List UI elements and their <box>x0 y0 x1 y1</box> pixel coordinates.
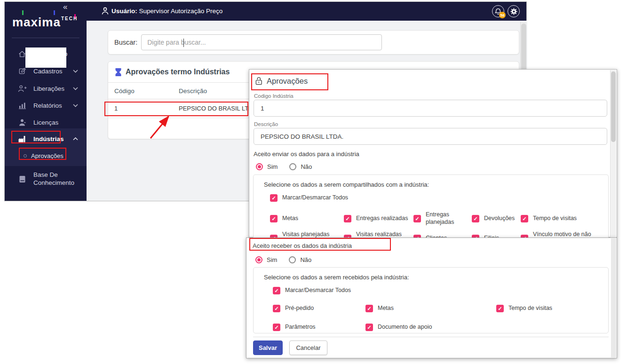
sidebar-item-industrias[interactable]: Indústrias <box>5 131 87 146</box>
checkbox-tempo-visitas[interactable]: ✓Tempo de visitas <box>521 211 602 226</box>
sidebar-item-relatorios-label: Relatórios <box>33 102 62 109</box>
notifications-button[interactable]: 58 <box>492 5 504 17</box>
sidebar-item-base-conhecimento[interactable]: Base De Conhecimento <box>5 169 87 190</box>
checkbox-devolucoes[interactable]: ✓Devoluções <box>472 211 521 226</box>
hourglass-icon <box>115 68 122 77</box>
sidebar: « maxima TECH o Cadastros <box>5 2 87 201</box>
check-icon[interactable]: ✓ <box>496 305 504 312</box>
person-add-icon <box>17 85 27 92</box>
check-icon[interactable]: ✓ <box>270 194 278 202</box>
col-header-codigo: Código <box>108 87 179 95</box>
select-all-checkbox[interactable]: ✓ Marcar/Desmarcar Todos <box>273 287 608 294</box>
check-icon[interactable]: ✓ <box>344 215 351 222</box>
sidebar-collapse-icon[interactable]: « <box>63 2 67 12</box>
check-icon[interactable]: ✓ <box>273 324 280 331</box>
search-card: Buscar: Digite para buscar... <box>108 30 519 55</box>
chevron-up-icon <box>73 137 78 141</box>
check-icon[interactable]: ✓ <box>273 305 280 312</box>
sidebar-item-liberacoes-label: Liberações <box>33 85 64 92</box>
checkbox-tempo-visitas[interactable]: ✓Tempo de visitas <box>496 305 602 312</box>
settings-button[interactable] <box>508 5 520 17</box>
radio-nao[interactable] <box>289 163 296 170</box>
open-lock-icon <box>255 76 263 86</box>
user-label: Usuário: <box>111 8 137 15</box>
check-icon[interactable]: ✓ <box>521 215 528 222</box>
approvals-modal: Aprovações Codigo Indústria 1 Descrição … <box>249 69 617 237</box>
check-icon[interactable]: ✓ <box>273 287 280 294</box>
descricao-value: PEPSICO DO BRASIL LTDA. <box>261 133 343 140</box>
field-label-codigo: Codigo Indústria <box>254 93 294 99</box>
modal-scrollbar[interactable] <box>610 70 616 237</box>
redaction-box <box>25 47 66 68</box>
sidebar-item-base-label: Base De Conhecimento <box>33 171 77 187</box>
checkbox-metas[interactable]: ✓Metas <box>270 211 344 226</box>
receive-panel: Aceito receber os dados da indústria Sim… <box>246 237 617 358</box>
checkbox-metas[interactable]: ✓Metas <box>365 305 496 312</box>
receive-radio-group: Sim Não <box>255 256 319 263</box>
save-button[interactable]: Salvar <box>253 340 283 355</box>
chevron-down-icon <box>73 70 78 73</box>
radio-sim-label: Sim <box>267 256 277 263</box>
sidebar-item-cadastros-label: Cadastros <box>33 68 63 75</box>
codigo-industria-input[interactable]: 1 <box>254 100 607 117</box>
user-value: Supervisor Autorização Preço <box>139 8 223 15</box>
chevron-down-icon <box>73 104 78 107</box>
radio-sim-checked[interactable] <box>256 163 263 170</box>
edit-icon <box>17 67 27 75</box>
modal-title: Aprovações <box>267 77 308 86</box>
checkbox-pre-pedido[interactable]: ✓Pré-pedido <box>273 305 365 312</box>
select-all-label: Marcar/Desmarcar Todos <box>282 194 348 202</box>
checkbox-entregas-realizadas[interactable]: ✓Entregas realizadas <box>344 211 413 226</box>
descricao-input[interactable]: PEPSICO DO BRASIL LTDA. <box>254 128 607 145</box>
cell-codigo: 1 <box>108 105 179 112</box>
text-caret <box>183 39 184 47</box>
footer-divider <box>253 337 609 337</box>
logo-tick-blue <box>54 10 55 15</box>
logo-tech-text: TECH <box>61 16 78 21</box>
sidebar-item-aprovacoes[interactable]: Aprovações <box>5 149 87 163</box>
radio-nao-label: Não <box>301 163 312 170</box>
sidebar-item-industrias-label: Indústrias <box>33 135 64 142</box>
select-all-label: Marcar/Desmarcar Todos <box>285 287 351 294</box>
radio-sim-label: Sim <box>267 163 278 170</box>
checkbox-entregas-planejadas[interactable]: ✓Entregas planejadas <box>413 211 472 226</box>
field-label-descricao: Descrição <box>254 121 278 127</box>
search-label: Buscar: <box>114 39 137 46</box>
chevron-down-icon <box>73 87 78 90</box>
gear-icon <box>510 8 517 15</box>
radio-nao[interactable] <box>289 256 296 263</box>
send-section-label: Aceito enviar os dados para a indústria <box>254 150 359 158</box>
search-input[interactable]: Digite para buscar... <box>141 34 382 50</box>
modal-scrollbar-thumb[interactable] <box>611 71 616 142</box>
check-icon[interactable]: ✓ <box>413 215 421 222</box>
sidebar-item-relatorios[interactable]: Relatórios <box>5 98 87 113</box>
sidebar-item-liberacoes[interactable]: Liberações <box>5 81 87 96</box>
book-icon <box>17 175 27 183</box>
check-icon[interactable]: ✓ <box>472 215 479 222</box>
check-icon[interactable]: ✓ <box>365 324 373 331</box>
logo-tick-green <box>22 10 24 15</box>
factory-icon <box>17 135 27 142</box>
search-placeholder: Digite para buscar... <box>147 39 206 46</box>
people-icon <box>17 119 27 126</box>
sidebar-item-licencas[interactable]: Licenças <box>5 115 87 130</box>
send-box-label: Selecione os dados a serem compartilhado… <box>264 181 608 188</box>
panel-scrollbar[interactable] <box>611 238 616 357</box>
check-icon[interactable]: ✓ <box>270 215 278 222</box>
bar-chart-icon <box>17 102 27 109</box>
checkbox-documento-apoio[interactable]: ✓Documento de apoio <box>365 324 496 331</box>
user-info: Usuário: Supervisor Autorização Preço <box>102 7 222 15</box>
check-icon[interactable]: ✓ <box>365 305 373 312</box>
codigo-industria-value: 1 <box>261 105 264 112</box>
cancel-button[interactable]: Cancelar <box>289 340 327 355</box>
sidebar-item-aprovacoes-label: Aprovações <box>31 152 63 159</box>
receive-box-label: Selecione os dados a serem recebidos pel… <box>264 274 608 281</box>
screenshot-canvas: Usuário: Supervisor Autorização Preço 58 <box>0 0 627 364</box>
select-all-checkbox[interactable]: ✓ Marcar/Desmarcar Todos <box>270 194 608 202</box>
table-title: Aprovações termo Indústrias <box>126 68 230 76</box>
scrollbar-thumb[interactable] <box>521 24 526 75</box>
radio-sim-checked[interactable] <box>255 256 262 263</box>
receive-section-label: Aceito receber os dados da indústria <box>253 242 352 249</box>
radio-nao-label: Não <box>300 256 311 263</box>
checkbox-parametros[interactable]: ✓Parâmetros <box>273 324 365 331</box>
